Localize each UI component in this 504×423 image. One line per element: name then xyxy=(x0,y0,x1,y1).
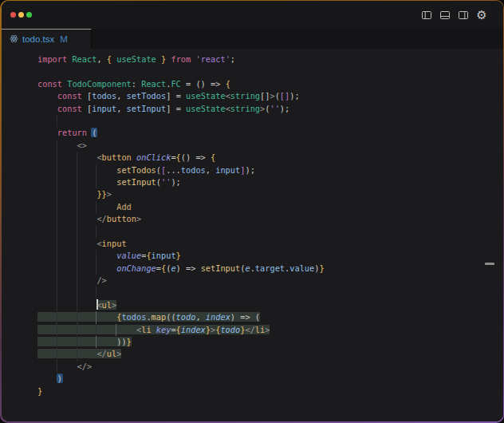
code-line[interactable]: </ul> xyxy=(37,348,503,360)
code-line[interactable]: ))} xyxy=(37,336,503,348)
window-frame: ⚙ todo.tsx M xyxy=(0,0,504,423)
tab-bar: todo.tsx M xyxy=(2,29,503,49)
toggle-primary-sidebar-icon[interactable] xyxy=(421,10,432,21)
code-editor-window: ⚙ todo.tsx M xyxy=(2,1,503,421)
code-line[interactable]: <ul> xyxy=(37,299,503,311)
code-line[interactable]: return ( xyxy=(37,127,503,139)
code-line[interactable]: </> xyxy=(37,361,503,373)
code-line[interactable] xyxy=(37,65,503,77)
code-line[interactable]: onChange={(e) => setInput(e.target.value… xyxy=(37,263,503,275)
code-area[interactable]: import React, { useState } from 'react';… xyxy=(2,49,503,397)
code-line[interactable] xyxy=(37,287,503,298)
code-line[interactable]: } xyxy=(37,385,503,397)
customize-layout-gear-icon[interactable]: ⚙ xyxy=(476,10,487,21)
code-line[interactable]: setInput(''); xyxy=(37,176,503,188)
overview-ruler-marker[interactable] xyxy=(485,263,494,265)
code-line[interactable]: </button> xyxy=(37,213,503,225)
code-line[interactable]: <> xyxy=(37,140,503,152)
code-line[interactable]: /> xyxy=(37,275,503,287)
code-line[interactable]: setTodos([...todos, input]); xyxy=(37,164,503,176)
traffic-lights xyxy=(2,12,32,18)
code-line[interactable] xyxy=(37,115,503,127)
code-line[interactable]: const TodoComponent: React.FC = () => { xyxy=(37,78,503,90)
tab-todo-tsx[interactable]: todo.tsx M xyxy=(2,29,92,49)
tab-filename: todo.tsx xyxy=(22,34,54,44)
toggle-secondary-sidebar-icon[interactable] xyxy=(458,10,469,21)
minimize-button[interactable] xyxy=(18,12,24,18)
close-button[interactable] xyxy=(10,12,16,18)
code-line[interactable] xyxy=(37,225,503,237)
code-line[interactable]: ) xyxy=(37,373,503,385)
code-line[interactable]: const [todos, setTodos] = useState<strin… xyxy=(37,90,503,102)
code-line[interactable]: <input xyxy=(37,238,503,250)
code-line[interactable]: <button onClick={() => { xyxy=(37,152,503,164)
titlebar[interactable]: ⚙ xyxy=(2,1,503,29)
code-line[interactable]: <li key={index}>{todo}</li> xyxy=(37,324,503,336)
code-line[interactable]: {todos.map((todo, index) => ( xyxy=(37,311,503,323)
code-line[interactable]: const [input, setInput] = useState<strin… xyxy=(37,103,503,115)
code-line[interactable]: Add xyxy=(37,201,503,213)
git-modified-badge: M xyxy=(60,34,68,44)
code-line[interactable]: value={input} xyxy=(37,250,503,262)
toggle-panel-icon[interactable] xyxy=(439,10,451,21)
code-line[interactable]: import React, { useState } from 'react'; xyxy=(37,53,503,65)
react-file-icon xyxy=(10,34,18,45)
code-line[interactable]: }}> xyxy=(37,188,503,200)
editor-pane[interactable]: import React, { useState } from 'react';… xyxy=(2,49,503,421)
zoom-button[interactable] xyxy=(26,12,32,18)
